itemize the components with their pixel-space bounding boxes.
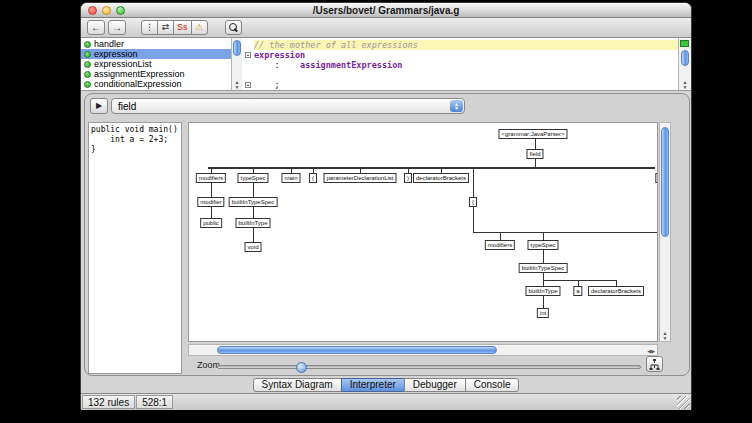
back-button[interactable]: ←: [87, 20, 105, 35]
grammar-editor[interactable]: // the mother of all expressionsexpressi…: [242, 38, 678, 90]
tab-console[interactable]: Console: [465, 378, 520, 392]
rules-scrollbar[interactable]: ▲▼: [231, 38, 242, 90]
tree-node[interactable]: typeSpec: [237, 173, 268, 183]
tree-edge: [211, 207, 212, 218]
tree-edge: [535, 139, 536, 149]
tree-node[interactable]: builtInTypeSpec: [229, 197, 278, 207]
find-button[interactable]: [225, 20, 242, 35]
zoom-slider[interactable]: [217, 365, 641, 369]
editor-code[interactable]: // the mother of all expressionsexpressi…: [254, 38, 678, 90]
parse-tree-canvas[interactable]: <grammar:JavaParser>fieldmodifierstypeSp…: [188, 122, 658, 342]
rule-label: conditionalExpression: [94, 79, 182, 89]
minimize-button[interactable]: [102, 6, 111, 15]
tree-hscroll-thumb[interactable]: [217, 346, 497, 354]
fold-icon[interactable]: [245, 82, 251, 88]
tree-edge: [253, 207, 254, 218]
tree-node[interactable]: a: [573, 286, 582, 296]
close-button[interactable]: [88, 6, 97, 15]
tree-node[interactable]: parameterDeclarationList: [323, 173, 396, 183]
tree-edge: [543, 296, 544, 308]
tab-debugger[interactable]: Debugger: [404, 378, 466, 392]
tree-node[interactable]: typeSpec: [527, 240, 558, 250]
gutter-cell: [242, 60, 254, 70]
tree-edge: [253, 228, 254, 242]
tab-syntax-diagram[interactable]: Syntax Diagram: [253, 378, 342, 392]
zoom-button[interactable]: [116, 6, 125, 15]
gutter-cell: [242, 40, 254, 50]
tree-vscroll-thumb[interactable]: [661, 127, 669, 237]
tree-node[interactable]: int: [537, 308, 549, 318]
tree-node[interactable]: public: [200, 218, 222, 228]
tree-view-button[interactable]: [646, 356, 663, 372]
editor-scrollbar[interactable]: ▲▼: [678, 38, 691, 90]
scroll-arrow-icons[interactable]: ▲▼: [679, 80, 691, 90]
tree-node[interactable]: void: [244, 242, 261, 252]
tree-node[interactable]: builtInType: [235, 218, 270, 228]
tree-node[interactable]: field: [526, 149, 543, 159]
tree-edge: [543, 250, 544, 263]
editor-scroll-thumb[interactable]: [681, 50, 689, 66]
rule-item-expressionList[interactable]: expressionList: [81, 59, 231, 69]
tree-node[interactable]: (: [309, 173, 317, 183]
tree-edge: [208, 167, 655, 169]
scroll-arrow-icons[interactable]: ▲▼: [660, 331, 670, 341]
fold-icon[interactable]: [245, 52, 251, 58]
grammar-health-icon: [680, 40, 689, 47]
tree-node[interactable]: compoundStatement: [655, 173, 658, 183]
window-title: /Users/bovet/ Grammars/java.g: [313, 5, 460, 16]
tree-node[interactable]: <grammar:JavaParser>: [498, 129, 567, 139]
code-segment: ;: [254, 80, 280, 90]
rule-item-handler[interactable]: handler: [81, 39, 231, 49]
rule-bullet-icon: [84, 81, 91, 88]
title-bar[interactable]: /Users/bovet/ Grammars/java.g: [81, 3, 691, 18]
tree-node[interactable]: ): [404, 173, 412, 183]
tree-node[interactable]: {: [469, 197, 477, 207]
tree-node[interactable]: modifiers: [485, 240, 515, 250]
toolbar-rules-button[interactable]: ⋮: [141, 20, 158, 35]
input-text-area[interactable]: public void main() { int a = 2+3; }: [88, 122, 182, 374]
tab-interpreter[interactable]: Interpreter: [341, 378, 405, 392]
bottom-tabs: Syntax DiagramInterpreterDebuggerConsole: [81, 378, 691, 392]
start-rule-combo[interactable]: field ▲▼: [111, 98, 465, 114]
interpreter-panel: ▶ field ▲▼ public void main() { int a = …: [84, 93, 690, 376]
rules-list[interactable]: handlerexpressionexpressionListassignmen…: [81, 38, 231, 90]
tree-node[interactable]: modifier: [197, 197, 224, 207]
toolbar-sort-button[interactable]: ⇄: [157, 20, 174, 35]
toolbar-button-group: ⋮⇄Ss⚠: [141, 20, 208, 35]
tree-node[interactable]: declaratorBrackets: [588, 286, 644, 296]
rule-item-assignmentExpression[interactable]: assignmentExpression: [81, 69, 231, 79]
start-rule-value: field: [118, 101, 136, 112]
tree-edge: [543, 232, 544, 240]
scroll-arrow-icons[interactable]: ▲▼: [232, 80, 242, 90]
rule-label: expressionList: [94, 59, 152, 69]
zoom-slider-thumb[interactable]: [296, 362, 307, 373]
rule-item-expression[interactable]: expression: [81, 49, 231, 59]
tree-node[interactable]: main: [281, 173, 300, 183]
tree-edge: [211, 183, 212, 197]
tree-vertical-scrollbar[interactable]: ▲▼: [659, 122, 671, 342]
code-line: : assignmentExpression: [254, 60, 678, 70]
gutter-cell: [242, 70, 254, 80]
rule-count-cell: 132 rules: [82, 395, 135, 409]
toolbar-warnings-button[interactable]: ⚠: [191, 20, 208, 35]
tree-horizontal-scrollbar[interactable]: ◀▶: [188, 344, 658, 356]
tree-icon: [649, 359, 660, 370]
toolbar-syntax-coloring-button[interactable]: Ss: [173, 20, 192, 35]
toolbar: ← → ⋮⇄Ss⚠: [81, 18, 691, 38]
tree-node[interactable]: builtInTypeSpec: [519, 263, 568, 273]
combo-arrows-icon: ▲▼: [450, 100, 463, 112]
tree-node[interactable]: declaratorBrackets: [413, 173, 469, 183]
rules-scroll-thumb[interactable]: [233, 40, 241, 56]
scroll-arrow-icons[interactable]: ◀▶: [647, 347, 655, 355]
tree-node[interactable]: modifiers: [196, 173, 226, 183]
run-interpreter-button[interactable]: ▶: [90, 98, 108, 114]
magnifier-icon: [229, 23, 238, 32]
rule-label: expression: [94, 49, 138, 59]
upper-split: handlerexpressionexpressionListassignmen…: [81, 38, 691, 91]
gutter-cell: [242, 50, 254, 60]
rule-item-conditionalExpression[interactable]: conditionalExpression: [81, 79, 231, 89]
resize-grip[interactable]: [677, 396, 690, 409]
rule-bullet-icon: [84, 71, 91, 78]
forward-button[interactable]: →: [108, 20, 126, 35]
tree-node[interactable]: builtInType: [525, 286, 560, 296]
